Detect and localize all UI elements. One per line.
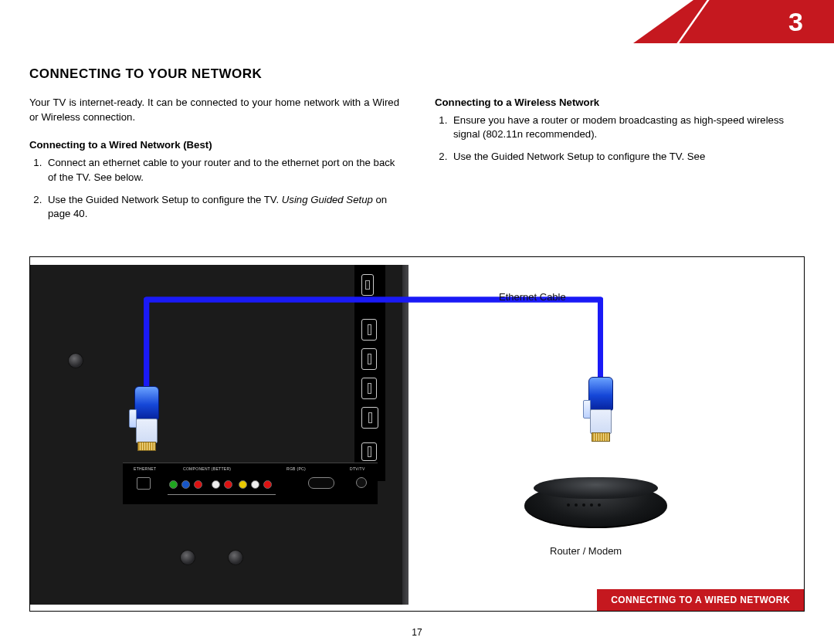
jack-yellow-icon xyxy=(239,480,247,489)
rj45-plug-tv-icon xyxy=(131,386,163,452)
side-port-strip xyxy=(354,265,385,481)
wired-step-1: Connect an ethernet cable to your router… xyxy=(45,156,399,185)
usb-port-icon xyxy=(361,274,374,296)
line-icon xyxy=(168,494,276,495)
bottom-port-strip: ETHERNET COMPONENT (BETTER) RGB (PC) DTV… xyxy=(123,463,378,504)
column-right: Connecting to a Wireless Network Ensure … xyxy=(435,96,805,229)
diagram-caption: CONNECTING TO A WIRED NETWORK xyxy=(597,589,804,611)
wireless-step-2: Use the Guided Network Setup to configur… xyxy=(450,150,805,164)
page-title: CONNECTING TO YOUR NETWORK xyxy=(29,66,805,82)
rgb-label: RGB (PC) xyxy=(286,466,306,471)
page-number: 17 xyxy=(412,627,422,638)
cable-label: Ethernet Cable xyxy=(499,291,566,303)
wireless-steps: Ensure you have a router or modem broadc… xyxy=(435,114,805,164)
wired-step-2a: Use the Guided Network Setup to configur… xyxy=(48,194,282,205)
router-label: Router / Modem xyxy=(550,545,622,557)
screw-icon xyxy=(69,354,83,368)
ethernet-label: ETHERNET xyxy=(134,466,156,471)
wired-step-2: Use the Guided Network Setup to configur… xyxy=(45,193,399,222)
wired-step-2b: Using Guided Setup xyxy=(282,194,373,205)
wired-heading: Connecting to a Wired Network (Best) xyxy=(29,138,399,153)
screw-icon xyxy=(181,551,195,564)
wireless-step-1: Ensure you have a router or modem broadc… xyxy=(450,114,805,142)
component-label: COMPONENT (BETTER) xyxy=(183,466,231,471)
router-icon xyxy=(524,477,667,528)
wired-steps: Connect an ethernet cable to your router… xyxy=(29,156,399,222)
jack-white-icon xyxy=(212,480,220,489)
chapter-number: 3 xyxy=(788,7,803,37)
column-left: Your TV is internet-ready. It can be con… xyxy=(29,96,399,229)
ethernet-port-icon xyxy=(137,477,151,490)
intro-text: Your TV is internet-ready. It can be con… xyxy=(29,96,399,124)
jack-red-icon xyxy=(224,480,232,489)
wireless-heading: Connecting to a Wireless Network xyxy=(435,96,805,110)
chapter-tab: 3 xyxy=(633,0,834,43)
hdmi-port-icon xyxy=(361,319,377,341)
jack-white-icon xyxy=(251,480,259,489)
hdmi-port-icon xyxy=(361,378,377,399)
jack-green-icon xyxy=(169,480,178,489)
jack-red-icon xyxy=(194,480,202,489)
hdmi-port-icon xyxy=(361,407,378,429)
tv-back-panel: ETHERNET COMPONENT (BETTER) RGB (PC) DTV… xyxy=(30,265,409,605)
jack-blue-icon xyxy=(181,480,190,489)
hdmi-port-icon xyxy=(361,348,377,370)
connection-diagram: ETHERNET COMPONENT (BETTER) RGB (PC) DTV… xyxy=(29,256,805,612)
rj45-plug-router-icon xyxy=(585,377,617,443)
dtv-label: DTV/TV xyxy=(350,466,365,471)
audio-port-icon xyxy=(361,442,377,461)
screw-icon xyxy=(229,551,242,564)
page-content: CONNECTING TO YOUR NETWORK Your TV is in… xyxy=(29,66,805,229)
coax-port-icon xyxy=(356,477,367,488)
jack-red-icon xyxy=(263,480,272,489)
vga-port-icon xyxy=(308,477,334,489)
